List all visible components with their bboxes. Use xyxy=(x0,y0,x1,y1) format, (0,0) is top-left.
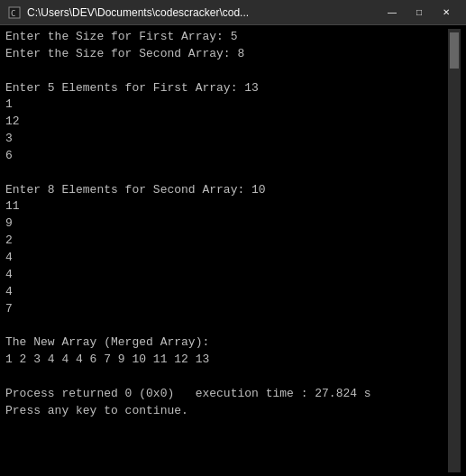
terminal-content: Enter the Size for First Array: 5 Enter … xyxy=(0,25,466,476)
scrollbar[interactable] xyxy=(448,29,461,472)
svg-text:C: C xyxy=(11,9,15,18)
scrollbar-thumb[interactable] xyxy=(450,32,459,69)
window-title: C:\Users\DEV\Documents\codescracker\cod.… xyxy=(27,6,379,19)
window-controls: — □ ✕ xyxy=(379,4,459,22)
titlebar: C C:\Users\DEV\Documents\codescracker\co… xyxy=(0,0,466,25)
maximize-button[interactable]: □ xyxy=(407,4,432,22)
close-button[interactable]: ✕ xyxy=(434,4,459,22)
app-icon: C xyxy=(7,5,22,20)
terminal-output: Enter the Size for First Array: 5 Enter … xyxy=(5,29,448,472)
minimize-button[interactable]: — xyxy=(379,4,405,22)
window: C C:\Users\DEV\Documents\codescracker\co… xyxy=(0,0,466,476)
